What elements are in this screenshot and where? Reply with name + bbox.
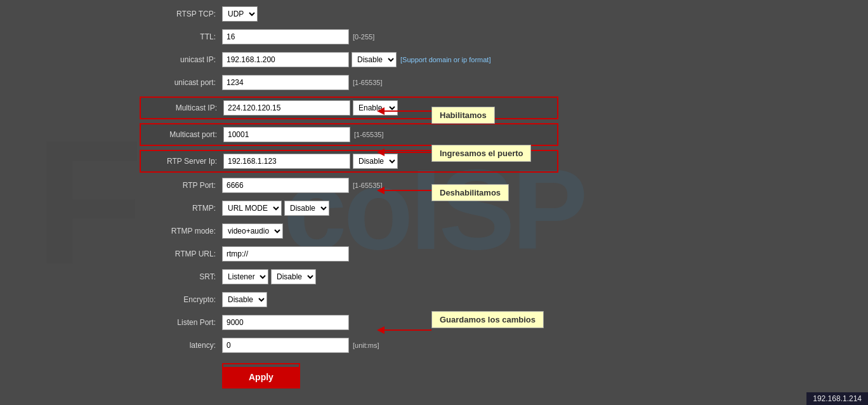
rtp-server-ip-select[interactable]: Disable Enable <box>353 154 398 169</box>
multicast-ip-highlighted-row: Multicast IP: Enable Disable <box>140 96 558 119</box>
encrypto-label: Encrypto: <box>140 295 222 304</box>
srt-select2[interactable]: Disable Enable <box>271 269 316 284</box>
unicast-ip-hint: [Support domain or ip format] <box>400 56 490 63</box>
latency-row: latency: [unit:ms] <box>140 336 558 354</box>
latency-label: latency: <box>140 341 222 350</box>
apply-button-container: Apply <box>222 363 300 388</box>
rtp-port-label: RTP Port: <box>140 181 222 190</box>
latency-hint: [unit:ms] <box>353 342 379 349</box>
rtsp-tcp-label: RTSP TCP: <box>140 10 222 18</box>
ttl-hint: [0-255] <box>353 33 374 41</box>
ttl-input[interactable] <box>222 29 349 44</box>
listen-port-input[interactable] <box>222 315 349 330</box>
unicast-port-input[interactable] <box>222 75 349 90</box>
rtmp-mode-label: RTMP mode: <box>140 227 222 236</box>
rtmp-url-row: RTMP URL: <box>140 245 558 263</box>
listen-port-label: Listen Port: <box>140 318 222 327</box>
unicast-port-row: unicast port: [1-65535] <box>140 74 558 91</box>
unicast-ip-label: unicast IP: <box>140 55 222 64</box>
srt-row: SRT: Listener Caller Disable Enable <box>140 268 558 286</box>
srt-label: SRT: <box>140 272 222 281</box>
rtp-port-hint: [1-65535] <box>353 182 382 189</box>
rtmp-mode-select[interactable]: video+audio video audio <box>222 223 283 239</box>
status-bar: 192.168.1.214 <box>806 392 868 405</box>
rtmp-row: RTMP: URL MODE Disable Enable <box>140 199 558 217</box>
multicast-ip-input[interactable] <box>223 100 350 116</box>
unicast-port-label: unicast port: <box>140 78 222 87</box>
multicast-ip-label: Multicast IP: <box>141 103 223 112</box>
unicast-ip-row: unicast IP: Disable Enable [Support doma… <box>140 51 558 69</box>
rtmp-url-label: RTMP URL: <box>140 249 222 258</box>
rtmp-select2[interactable]: Disable Enable <box>284 201 329 216</box>
unicast-ip-select[interactable]: Disable Enable <box>352 52 397 67</box>
unicast-port-hint: [1-65535] <box>353 79 382 86</box>
apply-button[interactable]: Apply <box>223 367 299 387</box>
callout-ingresamos-puerto: Ingresamos el puerto <box>431 145 531 162</box>
rtp-server-ip-input[interactable] <box>223 154 350 169</box>
unicast-ip-input[interactable] <box>222 52 349 67</box>
multicast-port-row: Multicast port: [1-65535] <box>141 126 557 143</box>
rtmp-mode-row: RTMP mode: video+audio video audio <box>140 222 558 240</box>
status-ip: 192.168.1.214 <box>813 394 862 403</box>
multicast-port-hint: [1-65535] <box>354 131 383 138</box>
encrypto-select[interactable]: Disable Enable <box>222 292 267 307</box>
rtmp-url-input[interactable] <box>222 246 349 262</box>
rtsp-tcp-row: RTSP TCP: UDP TCP <box>140 5 558 23</box>
srt-select1[interactable]: Listener Caller <box>222 269 268 284</box>
rtsp-tcp-select[interactable]: UDP TCP <box>222 6 258 22</box>
rtp-port-input[interactable] <box>222 178 349 193</box>
latency-input[interactable] <box>222 338 349 353</box>
callout-guardamos-cambios: Guardamos los cambios <box>431 311 544 328</box>
encrypto-row: Encrypto: Disable Enable <box>140 291 558 309</box>
multicast-port-input[interactable] <box>223 127 350 142</box>
multicast-ip-select[interactable]: Enable Disable <box>353 100 398 116</box>
ttl-row: TTL: [0-255] <box>140 28 558 46</box>
multicast-port-label: Multicast port: <box>141 130 223 139</box>
ttl-label: TTL: <box>140 32 222 41</box>
rtmp-label: RTMP: <box>140 204 222 213</box>
rtmp-select1[interactable]: URL MODE <box>222 201 282 216</box>
callout-habilitamos: Habilitamos <box>431 107 495 124</box>
rtp-server-ip-label: RTP Server Ip: <box>141 157 223 166</box>
callout-deshabilitamos: Deshabilitamos <box>431 184 509 201</box>
multicast-port-highlighted-row: Multicast port: [1-65535] <box>140 123 558 146</box>
